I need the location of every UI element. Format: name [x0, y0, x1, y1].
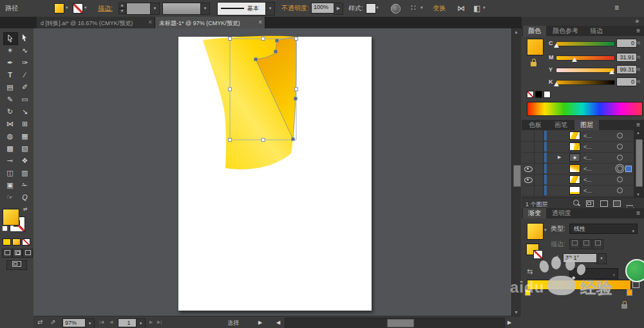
recolor-artwork-icon[interactable]	[391, 4, 401, 14]
brush-dropdown[interactable]: ▾	[265, 2, 275, 15]
angle-dropdown[interactable]: ▾	[596, 253, 607, 264]
color-spectrum-bar[interactable]	[527, 102, 643, 116]
layer-target-icon[interactable]	[617, 188, 623, 193]
horizontal-scroll-thumb[interactable]	[387, 319, 414, 327]
align-icon[interactable]: ⋈	[457, 4, 465, 13]
zoom-tool[interactable]: Q	[18, 191, 32, 203]
black-slider-thumb[interactable]	[554, 82, 559, 86]
black-swatch[interactable]	[535, 91, 542, 98]
collapse-panels-icon[interactable]: »	[635, 17, 639, 24]
lasso-tool[interactable]: ∿	[18, 44, 32, 56]
tab-transparency[interactable]: 透明度	[547, 208, 576, 218]
draw-normal-mode-button[interactable]	[2, 249, 12, 258]
tab-layers[interactable]: 图层	[574, 120, 599, 130]
width-profile-dropdown[interactable]: ▾	[200, 3, 210, 15]
magenta-slider[interactable]	[556, 55, 615, 61]
tab-color[interactable]: 颜色	[523, 26, 546, 36]
layer-thumbnail[interactable]: ✶	[569, 153, 580, 162]
hscroll-right-arrow[interactable]: ▶	[507, 320, 511, 325]
draw-inside-mode-button[interactable]	[23, 249, 33, 258]
black-slider[interactable]	[556, 80, 615, 85]
history-arrows-icon[interactable]: ⇄	[37, 318, 43, 325]
status-expand-icon[interactable]: ▶	[258, 320, 262, 325]
draw-behind-mode-button[interactable]	[12, 249, 23, 258]
distribute-icon[interactable]: ◧	[473, 4, 480, 13]
layers-scroll-thumb[interactable]	[636, 139, 643, 187]
opacity-link[interactable]: 不透明度:	[281, 5, 309, 12]
opacity-field[interactable]: 100%	[311, 3, 336, 14]
none-swatch[interactable]	[527, 91, 534, 98]
stroke-weight-up[interactable]: ▴	[118, 3, 126, 8]
stroke-weight-down[interactable]: ▾	[118, 8, 126, 14]
layers-scrollbar[interactable]: ▲ ▼	[634, 130, 644, 197]
layer-row-selected[interactable]: <...	[522, 163, 634, 175]
canvas-artwork[interactable]	[176, 32, 375, 180]
mesh-tool[interactable]: ▩	[3, 142, 17, 154]
eyedropper-tool[interactable]: ⊸	[3, 155, 17, 166]
next-artboard-icon[interactable]: ▶	[149, 320, 153, 325]
stroke-link[interactable]: 描边:	[98, 5, 113, 12]
hand-tool[interactable]: ☞	[3, 191, 17, 203]
vertical-scrollbar[interactable]: ▲ ▼	[511, 28, 521, 316]
tab-close-icon[interactable]: ×	[148, 19, 152, 26]
column-graph-tool[interactable]: ▥	[18, 167, 32, 178]
slice-tool[interactable]: ✁	[18, 179, 32, 191]
gradient-panel-menu-icon[interactable]: ≡	[636, 209, 640, 217]
fill-color-swatch[interactable]	[54, 3, 64, 14]
curvature-pen-tool[interactable]: ✑	[18, 57, 32, 68]
stroke-gradient-across-button[interactable]	[592, 239, 603, 249]
layer-target-icon[interactable]	[617, 133, 623, 139]
gradient-angle-field[interactable]: 32.1°	[563, 253, 600, 263]
direct-selection-tool[interactable]	[3, 32, 18, 45]
scale-tool[interactable]: ↘	[18, 106, 32, 117]
layer-row[interactable]: ▶ ✶ <...	[522, 152, 634, 164]
default-fill-stroke-icon[interactable]	[2, 226, 8, 231]
swap-fill-stroke-icon[interactable]: ⇄	[23, 206, 28, 212]
layer-thumbnail[interactable]	[569, 131, 580, 140]
new-layer-icon[interactable]	[613, 200, 621, 207]
gradient-stop-right[interactable]	[627, 289, 632, 296]
expand-triangle-icon[interactable]: ▶	[558, 155, 561, 160]
tab-color-guide[interactable]: 颜色参考	[547, 26, 583, 36]
width-profile-field[interactable]	[162, 3, 201, 15]
visibility-eye-icon[interactable]	[524, 177, 533, 183]
color-button[interactable]	[3, 238, 11, 246]
locate-object-icon[interactable]	[573, 200, 579, 206]
fill-proxy[interactable]	[3, 209, 19, 226]
fill-dropdown-icon[interactable]: ▾	[66, 5, 68, 10]
layer-thumbnail[interactable]	[569, 175, 580, 184]
stroke-dropdown-icon[interactable]: ▾	[84, 5, 87, 10]
line-segment-tool[interactable]: ∕	[18, 69, 32, 81]
screen-mode-button[interactable]	[6, 260, 27, 270]
style-dropdown-icon[interactable]: ▾	[376, 5, 379, 10]
rectangle-tool[interactable]: ▤	[3, 81, 17, 93]
yellow-slider[interactable]	[556, 68, 615, 73]
yellow-slider-thumb[interactable]	[609, 70, 614, 74]
artboard-dropdown[interactable]: ▾	[136, 318, 146, 328]
stop-opacity-dropdown-disabled[interactable]: ▾	[569, 268, 618, 279]
layer-target-icon[interactable]	[617, 177, 623, 182]
gradient-stroke-proxy[interactable]	[533, 250, 543, 259]
gradient-type-dropdown[interactable]: 线性 ▾	[569, 224, 638, 234]
zoom-dropdown[interactable]: ▾	[85, 318, 95, 328]
distribute-dropdown[interactable]: ▾	[483, 5, 486, 10]
scroll-up-arrow[interactable]: ▲	[514, 30, 518, 34]
yellow-value-field[interactable]: 99.31	[616, 65, 637, 74]
layer-row[interactable]: <...	[522, 174, 634, 186]
stroke-weight-dropdown[interactable]: ▾	[150, 3, 160, 15]
gradient-preview-swatch[interactable]	[527, 223, 544, 240]
selection-tool[interactable]	[18, 32, 32, 44]
pen-tool[interactable]: ✒	[3, 57, 17, 68]
rotate-tool[interactable]: ↻	[3, 106, 17, 117]
magenta-value-field[interactable]: 31.91	[616, 53, 637, 62]
tab-document-1[interactable]: d [转换].ai* @ 16.67% (CMYK/预览) ×	[37, 17, 155, 28]
align-options-dropdown[interactable]: ▾	[421, 5, 423, 10]
scroll-down-arrow[interactable]: ▼	[636, 193, 640, 197]
tab-stroke[interactable]: 描边	[585, 26, 608, 36]
width-tool[interactable]: ⋈	[3, 118, 17, 130]
tab-swatches[interactable]: 色板	[523, 120, 547, 130]
layer-thumbnail[interactable]	[569, 186, 580, 195]
layer-thumbnail[interactable]	[569, 164, 580, 173]
brush-definition-field[interactable]: 基本	[217, 2, 266, 15]
paintbrush-tool[interactable]: ✐	[18, 81, 32, 93]
